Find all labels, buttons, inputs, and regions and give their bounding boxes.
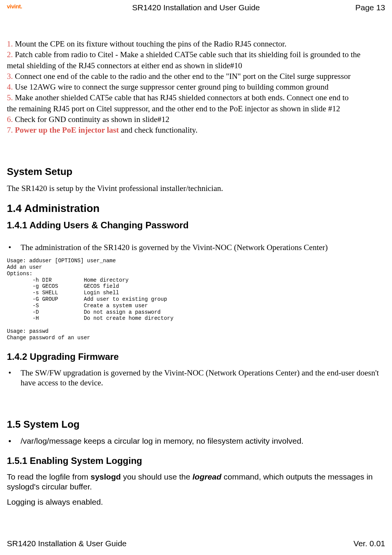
adding-users-heading: 1.4.1 Adding Users & Changing Password: [7, 220, 385, 231]
bullet-icon: •: [7, 368, 21, 388]
upgrading-firmware-heading: 1.4.2 Upgrading Firmware: [7, 351, 385, 363]
step-1: 1. Mount the CPE on its fixture without …: [7, 39, 385, 49]
main-content: 1. Mount the CPE on its fixture without …: [7, 39, 385, 507]
step-number: 2.: [7, 50, 13, 59]
step-text: Mount the CPE on its fixture without tou…: [13, 39, 286, 48]
step-4: 4. Use 12AWG wire to connect the surge s…: [7, 82, 385, 92]
step-text-emphasis: Power up the PoE injector last: [15, 125, 119, 135]
system-log-heading: 1.5 System Log: [7, 418, 385, 431]
system-setup-heading: System Setup: [7, 165, 385, 178]
footer-left: SR1420 Installation & User Guide: [7, 539, 127, 548]
logo: vivint.: [7, 3, 22, 10]
header-title: SR1420 Installation and User Guide: [132, 3, 260, 12]
text: you should use the: [121, 472, 193, 481]
adduser-code-block: Usage: adduser [OPTIONS] user_name Add a…: [7, 258, 385, 341]
system-setup-text: The SR1420 is setup by the Vivint profes…: [7, 183, 385, 193]
firmware-bullet: • The SW/FW upgradation is governed by t…: [7, 368, 385, 388]
syslog-bullet: • /var/log/message keeps a circular log …: [7, 436, 385, 446]
step-number: 4.: [7, 82, 13, 91]
admin-bullet-1: • The administration of the SR1420 is go…: [7, 242, 385, 252]
logread-paragraph: To read the logfile from syslogd you sho…: [7, 472, 385, 492]
step-text: Patch cable from radio to Citel - Make a…: [13, 50, 361, 59]
syslogd-term: syslogd: [90, 472, 120, 481]
administration-heading: 1.4 Administration: [7, 202, 385, 215]
step-number: 3.: [7, 72, 13, 81]
step-number: 6.: [7, 115, 13, 124]
step-2: 2. Patch cable from radio to Citel - Mak…: [7, 50, 385, 59]
bullet-text: The administration of the SR1420 is gove…: [21, 242, 385, 252]
step-text: and check functionality.: [119, 125, 198, 135]
step-2-cont: metal shielding of the RJ45 connectors a…: [7, 61, 385, 71]
logread-term: logread: [193, 472, 222, 481]
logging-enabled-text: Logging is always enabled.: [7, 497, 385, 507]
step-text: Check for GND continuity as shown in sli…: [13, 115, 170, 124]
step-6: 6. Check for GND continuity as shown in …: [7, 114, 385, 124]
step-5-cont: the remaining RJ45 port on Citel suppres…: [7, 104, 385, 114]
step-text: Make another shielded CAT5e cable that h…: [13, 93, 349, 102]
step-text: Use 12AWG wire to connect the surge supp…: [13, 82, 329, 91]
footer-right: Ver. 0.01: [353, 539, 385, 548]
bullet-text: The SW/FW upgradation is governed by the…: [21, 368, 385, 388]
step-number: 5.: [7, 93, 13, 102]
bullet-icon: •: [7, 242, 21, 252]
bullet-icon: •: [7, 436, 21, 446]
footer: SR1420 Installation & User Guide Ver. 0.…: [7, 539, 385, 548]
text: To read the logfile from: [7, 472, 90, 481]
enabling-syslog-heading: 1.5.1 Enabling System Logging: [7, 455, 385, 467]
step-5: 5. Make another shielded CAT5e cable tha…: [7, 93, 385, 103]
step-3: 3. Connect one end of the cable to the r…: [7, 71, 385, 81]
step-7: 7. Power up the PoE injector last and ch…: [7, 125, 385, 135]
step-text: Connect one end of the cable to the radi…: [13, 72, 351, 81]
bullet-text: /var/log/message keeps a circular log in…: [21, 436, 385, 446]
step-number: 1.: [7, 39, 13, 48]
header-page: Page 13: [355, 3, 385, 12]
step-number: 7.: [7, 125, 13, 135]
